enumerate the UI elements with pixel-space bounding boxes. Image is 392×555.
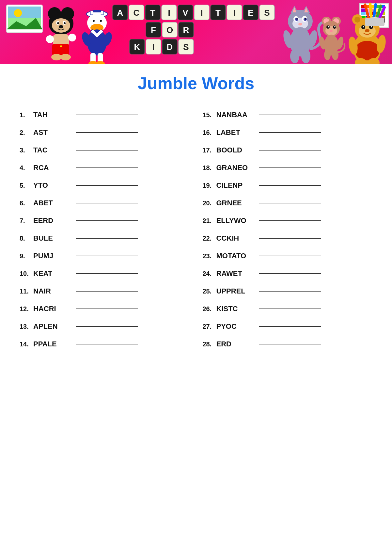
word-number: 26. — [203, 305, 216, 313]
jumbled-word: KISTC — [216, 305, 259, 313]
svg-point-79 — [302, 16, 307, 22]
word-number: 18. — [203, 164, 216, 172]
jumbled-word: CILENP — [216, 181, 259, 190]
svg-rect-54 — [243, 5, 258, 20]
svg-point-122 — [375, 34, 387, 54]
answer-line — [259, 150, 321, 151]
svg-rect-14 — [53, 34, 69, 52]
swatch-cell — [381, 8, 385, 12]
word-number: 17. — [203, 147, 216, 154]
jumbled-word: RCA — [33, 164, 76, 172]
svg-point-121 — [347, 36, 359, 56]
jumbled-word: ELLYWO — [216, 216, 259, 225]
word-number: 7. — [20, 217, 33, 225]
answer-line — [259, 326, 321, 327]
word-number: 3. — [20, 147, 33, 154]
jumbled-word: LABET — [216, 128, 259, 137]
word-number: 15. — [203, 111, 216, 119]
answer-line — [76, 203, 138, 203]
svg-point-105 — [336, 36, 345, 50]
answer-line — [76, 273, 138, 274]
word-item: 7.EERD — [20, 212, 190, 230]
svg-rect-56 — [259, 5, 274, 20]
svg-point-97 — [333, 25, 336, 29]
svg-point-100 — [330, 30, 333, 32]
svg-point-91 — [332, 17, 341, 26]
svg-point-95 — [325, 26, 337, 35]
swatch-cell — [371, 12, 375, 15]
jumbled-word: TAH — [33, 111, 76, 119]
svg-rect-0 — [7, 5, 42, 33]
word-item: 11.NAIR — [20, 282, 190, 300]
svg-rect-32 — [90, 53, 96, 63]
svg-text:A: A — [117, 8, 123, 18]
jumbled-word: YTO — [33, 181, 76, 190]
right-column: 15.NANBAA16.LABET17.BOOLD18.GRANEO19.CIL… — [203, 106, 373, 353]
word-item: 2.AST — [20, 124, 190, 141]
swatch-cell — [376, 5, 380, 8]
word-item: 3.TAC — [20, 141, 190, 159]
swatch-cell — [371, 8, 375, 12]
svg-point-37 — [101, 31, 114, 47]
jumbled-word: GRANEO — [216, 164, 259, 172]
words-grid: 1.TAH2.AST3.TAC4.RCA5.YTO6.ABET7.EERD8.B… — [20, 106, 372, 353]
svg-rect-64 — [130, 39, 145, 54]
swatch-cell — [361, 19, 366, 23]
svg-text:I: I — [152, 42, 154, 52]
swatch-cell — [361, 12, 366, 15]
svg-point-96 — [326, 25, 330, 29]
svg-rect-2 — [8, 18, 41, 29]
svg-point-98 — [328, 26, 329, 27]
jumbled-word: PYOC — [216, 322, 259, 331]
word-item: 25.UPPREL — [203, 282, 373, 300]
left-column: 1.TAH2.AST3.TAC4.RCA5.YTO6.ABET7.EERD8.B… — [20, 106, 190, 353]
swatch-cell — [381, 19, 385, 23]
word-item: 4.RCA — [20, 159, 190, 177]
svg-point-87 — [301, 49, 310, 63]
word-number: 20. — [203, 199, 216, 207]
word-number: 6. — [20, 199, 33, 207]
jumbled-word: AST — [33, 128, 76, 137]
answer-line — [76, 344, 138, 344]
swatch-cell — [381, 12, 385, 15]
word-item: 19.CILENP — [203, 177, 373, 194]
answer-line — [259, 115, 321, 115]
answer-line — [76, 150, 138, 151]
svg-point-25 — [90, 24, 103, 32]
word-item: 5.YTO — [20, 177, 190, 194]
svg-text:F: F — [151, 25, 156, 35]
svg-point-94 — [323, 21, 340, 37]
svg-point-107 — [355, 41, 380, 60]
svg-point-106 — [353, 33, 381, 64]
svg-text:I: I — [233, 8, 235, 18]
svg-point-82 — [296, 18, 298, 20]
page-title: Jumble Words — [20, 73, 372, 93]
svg-point-13 — [59, 25, 63, 28]
svg-marker-73 — [290, 6, 298, 13]
svg-point-86 — [290, 49, 299, 63]
word-number: 28. — [203, 341, 216, 348]
swatch-cell — [376, 23, 380, 26]
answer-line — [259, 256, 321, 256]
word-number: 1. — [20, 111, 33, 119]
word-number: 25. — [203, 288, 216, 295]
jumbled-word: CCKIH — [216, 234, 259, 243]
swatch-cell — [381, 5, 385, 8]
answer-line — [76, 309, 138, 309]
svg-rect-52 — [227, 5, 242, 20]
svg-rect-44 — [162, 5, 177, 20]
word-item: 17.BOOLD — [203, 141, 373, 159]
svg-point-80 — [295, 18, 298, 21]
jumbled-word: BULE — [33, 234, 76, 243]
svg-marker-76 — [304, 7, 308, 12]
word-item: 14.PPALE — [20, 335, 190, 353]
answer-line — [259, 167, 321, 168]
answer-line — [259, 344, 321, 344]
svg-point-90 — [322, 17, 331, 26]
word-item: 1.TAH — [20, 106, 190, 124]
svg-rect-22 — [90, 11, 103, 15]
jumbled-word: APLEN — [33, 322, 76, 331]
svg-point-27 — [99, 19, 102, 23]
jumbled-word: UPPREL — [216, 287, 259, 295]
svg-point-89 — [306, 29, 319, 49]
